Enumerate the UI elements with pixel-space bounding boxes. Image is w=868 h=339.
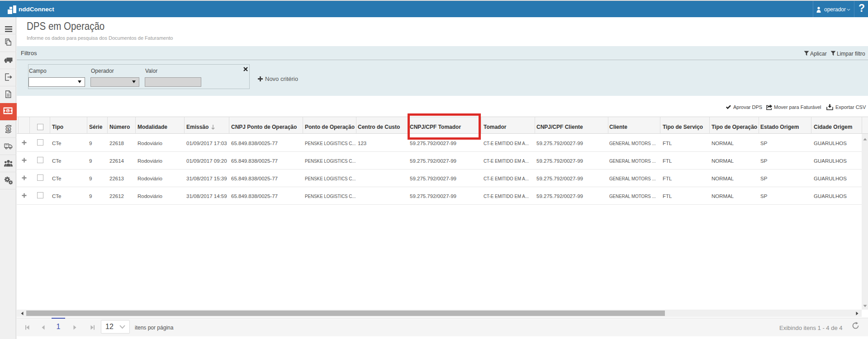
svg-text:1: 1 bbox=[7, 109, 9, 113]
svg-text:$: $ bbox=[7, 127, 10, 132]
